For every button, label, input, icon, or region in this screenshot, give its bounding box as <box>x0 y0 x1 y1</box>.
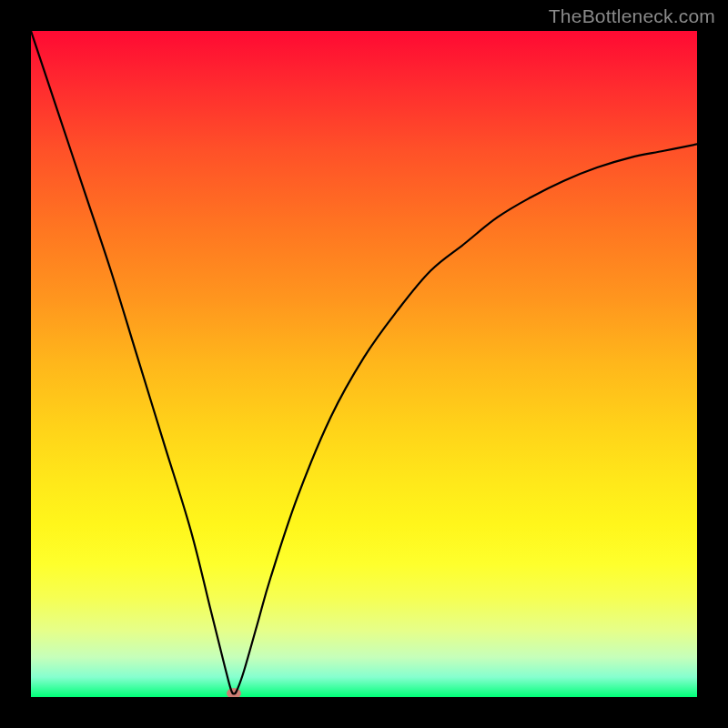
watermark-text: TheBottleneck.com <box>549 5 715 27</box>
plot-area <box>31 31 697 697</box>
chart-frame: TheBottleneck.com <box>0 0 728 728</box>
bottleneck-curve <box>31 31 697 697</box>
